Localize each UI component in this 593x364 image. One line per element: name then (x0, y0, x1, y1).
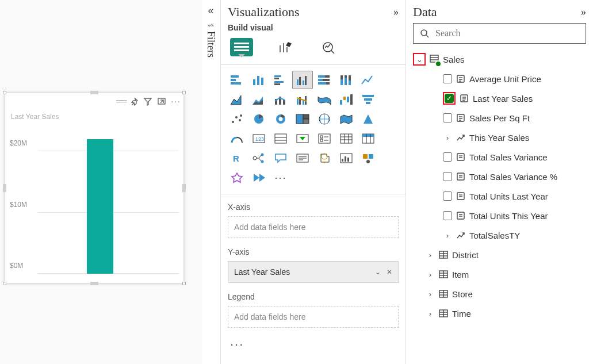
checkbox[interactable] (443, 211, 452, 220)
checkbox[interactable] (443, 172, 452, 181)
field-total-sales-variance[interactable]: Total Sales Variance (413, 147, 586, 167)
resize-handle[interactable] (3, 91, 6, 94)
resize-handle[interactable] (3, 184, 6, 192)
svg-rect-14 (274, 83, 280, 85)
table-district[interactable]: › District (413, 245, 586, 265)
vis-funnel[interactable] (358, 90, 378, 109)
resize-handle[interactable] (182, 91, 186, 94)
vis-100-stacked-column[interactable] (336, 71, 357, 89)
vis-line-stacked-column[interactable] (270, 90, 291, 109)
vis-kpi[interactable] (292, 129, 313, 148)
vis-appsource[interactable] (227, 168, 247, 187)
vis-stacked-bar[interactable] (227, 71, 247, 89)
search-field[interactable] (434, 28, 580, 39)
vis-scatter[interactable] (227, 110, 247, 128)
vis-treemap[interactable] (292, 110, 313, 128)
tab-format-visual[interactable] (274, 38, 297, 56)
vis-waterfall[interactable] (336, 90, 357, 109)
vis-pie[interactable] (248, 110, 269, 128)
more-options-icon[interactable]: ··· (228, 337, 399, 352)
vis-power-automate[interactable] (248, 168, 269, 187)
filter-icon[interactable] (143, 97, 152, 106)
vis-azure-map[interactable] (358, 110, 378, 128)
vis-filled-map[interactable] (336, 110, 357, 128)
resize-handle[interactable] (3, 282, 6, 285)
checkbox[interactable] (443, 74, 452, 83)
collapse-icon[interactable]: » (393, 6, 399, 18)
xaxis-drop-zone[interactable]: Add data fields here (228, 216, 399, 238)
vis-matrix[interactable] (358, 129, 378, 148)
legend-drop-zone[interactable]: Add data fields here (228, 306, 399, 328)
chevron-right-icon[interactable]: › (443, 134, 452, 141)
pin-icon[interactable] (129, 97, 139, 106)
vis-slicer[interactable] (314, 129, 335, 148)
table-time[interactable]: › Time (413, 304, 586, 323)
field-sales-per-sq-ft[interactable]: Sales Per Sq Ft (413, 108, 586, 128)
vis-decomposition-tree[interactable] (248, 149, 269, 167)
more-icon[interactable]: ··· (171, 97, 181, 106)
field-total-sales-variance-pct[interactable]: Total Sales Variance % (413, 167, 586, 186)
chevron-down-icon[interactable]: ⌄ (415, 56, 424, 63)
field-last-year-sales[interactable]: ✓ Last Year Sales (413, 89, 586, 108)
chart-visual[interactable]: ══ ··· Last Year Sales $0M $10M $20M (5, 93, 183, 283)
vis-qa[interactable] (270, 149, 291, 167)
drag-handle-icon[interactable]: ══ (116, 96, 125, 106)
search-input[interactable] (413, 23, 586, 44)
vis-line-clustered-column[interactable] (292, 90, 313, 109)
vis-stacked-column[interactable] (248, 71, 269, 89)
vis-table[interactable] (336, 129, 357, 148)
vis-more[interactable]: ··· (270, 168, 291, 187)
filters-pane-collapsed[interactable]: « ₒ₀ᵢ Filters (201, 0, 221, 364)
field-this-year-sales[interactable]: › This Year Sales (413, 128, 586, 147)
vis-card[interactable]: 123 (248, 129, 269, 148)
chevron-down-icon[interactable]: ⌄ (375, 268, 381, 276)
checkbox[interactable] (443, 152, 452, 162)
collapse-icon[interactable]: » (581, 6, 586, 18)
checkbox[interactable] (443, 191, 452, 201)
resize-handle[interactable] (90, 282, 98, 285)
checkbox[interactable]: ✓ (445, 94, 454, 103)
remove-icon[interactable]: ✕ (387, 268, 392, 276)
vis-area-chart[interactable] (227, 90, 247, 109)
vis-r-visual[interactable]: R (227, 149, 247, 167)
report-canvas[interactable]: ══ ··· Last Year Sales $0M $10M $20M (0, 0, 201, 364)
vis-clustered-column[interactable] (292, 71, 313, 89)
field-total-sales-ty[interactable]: › TotalSalesTY (413, 225, 586, 245)
vis-py-visual[interactable] (336, 149, 357, 167)
tab-analytics[interactable] (317, 38, 341, 56)
vis-paginated-report[interactable] (314, 149, 335, 167)
vis-100-stacked-bar[interactable] (314, 71, 335, 89)
vis-gauge[interactable] (227, 129, 247, 148)
resize-handle[interactable] (182, 184, 186, 192)
chevron-right-icon[interactable]: › (426, 310, 435, 317)
yaxis-field-well: Y-axis Last Year Sales ⌄ ✕ (228, 247, 399, 283)
checkbox[interactable] (443, 113, 452, 122)
vis-multi-row-card[interactable] (270, 129, 291, 148)
table-store[interactable]: › Store (413, 284, 586, 304)
chevron-right-icon[interactable]: › (443, 232, 452, 239)
focus-icon[interactable] (157, 97, 166, 106)
vis-stacked-area[interactable] (248, 90, 269, 109)
vis-ribbon-chart[interactable] (314, 90, 335, 109)
vis-line-chart[interactable] (358, 71, 378, 89)
expand-icon[interactable]: « (208, 5, 213, 17)
chevron-right-icon[interactable]: › (426, 251, 435, 259)
field-average-unit-price[interactable]: Average Unit Price (413, 69, 586, 89)
resize-handle[interactable] (182, 282, 186, 285)
chevron-right-icon[interactable]: › (426, 271, 435, 278)
svg-rect-7 (231, 82, 241, 85)
vis-clustered-bar[interactable] (270, 71, 291, 89)
chevron-right-icon[interactable]: › (426, 290, 435, 298)
table-sales[interactable]: ⌄ Sales (413, 49, 586, 69)
vis-donut[interactable] (270, 110, 291, 128)
vis-narrative[interactable] (292, 149, 313, 167)
vis-map[interactable] (314, 110, 335, 128)
field-total-units-this-year[interactable]: Total Units This Year (413, 206, 586, 225)
svg-rect-0 (158, 98, 165, 104)
vis-key-influencers[interactable] (358, 149, 378, 167)
tab-build-visual[interactable] (230, 38, 253, 56)
yaxis-drop-zone[interactable]: Last Year Sales ⌄ ✕ (228, 261, 399, 283)
resize-handle[interactable] (90, 91, 98, 94)
table-item[interactable]: › Item (413, 265, 586, 284)
field-total-units-last-year[interactable]: Total Units Last Year (413, 186, 586, 206)
